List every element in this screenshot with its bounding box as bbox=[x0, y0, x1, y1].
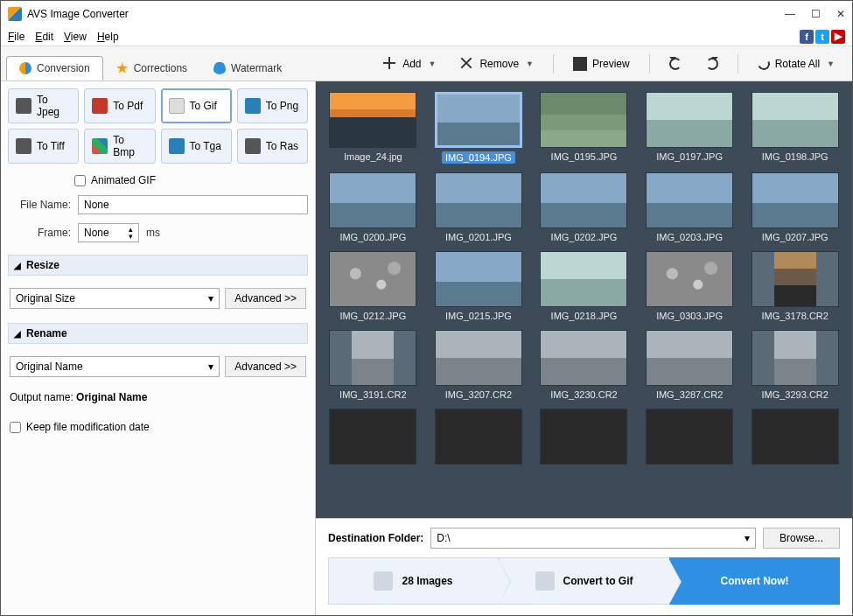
convert-now-button[interactable]: Convert Now! bbox=[669, 557, 840, 605]
chevron-down-icon: ▼ bbox=[827, 60, 835, 68]
thumbnail-item[interactable] bbox=[643, 409, 737, 468]
combo-value: Original Size bbox=[16, 292, 75, 304]
chevron-down-icon: ▾ bbox=[745, 532, 750, 544]
frame-spinner[interactable]: None ▴▾ bbox=[78, 223, 139, 242]
destination-combo[interactable]: D:\ ▾ bbox=[430, 528, 756, 549]
resize-combo[interactable]: Original Size ▾ bbox=[10, 288, 220, 309]
step-format: Convert to Gif bbox=[499, 557, 669, 605]
thumbnail-item[interactable]: IMG_0215.JPG bbox=[432, 251, 526, 321]
thumbnail-item[interactable] bbox=[432, 409, 526, 468]
menu-view[interactable]: View bbox=[64, 31, 87, 43]
format-label: To Png bbox=[266, 100, 298, 112]
tab-watermark[interactable]: Watermark bbox=[200, 56, 295, 80]
images-icon bbox=[374, 571, 393, 591]
thumbnail-item[interactable]: IMG_0207.JPG bbox=[748, 172, 842, 242]
resize-advanced-button[interactable]: Advanced >> bbox=[225, 288, 306, 309]
thumbnail-item[interactable] bbox=[537, 409, 631, 468]
animated-gif-checkbox[interactable] bbox=[74, 175, 86, 186]
menu-help[interactable]: Help bbox=[97, 31, 119, 43]
rotate-all-icon bbox=[756, 56, 772, 72]
rename-combo[interactable]: Original Name ▾ bbox=[10, 356, 220, 377]
format-bmp-button[interactable]: To Bmp bbox=[84, 129, 155, 164]
thumbnail-item[interactable]: IMG_0303.JPG bbox=[643, 251, 737, 321]
png-icon bbox=[245, 98, 261, 114]
thumbnail-image bbox=[646, 330, 733, 386]
browse-button[interactable]: Browse... bbox=[763, 528, 840, 549]
minimize-button[interactable]: — bbox=[785, 8, 795, 20]
thumbnail-grid[interactable]: Image_24.jpgIMG_0194.JPGIMG_0195.JPGIMG_… bbox=[316, 81, 852, 518]
thumbnail-filename: IMG_0202.JPG bbox=[551, 232, 618, 242]
add-button[interactable]: Add ▼ bbox=[374, 53, 444, 74]
rotate-left-button[interactable] bbox=[661, 54, 690, 74]
thumbnail-item[interactable]: IMG_3178.CR2 bbox=[748, 251, 842, 321]
thumbnail-filename: IMG_3287.CR2 bbox=[656, 389, 723, 400]
frame-label: Frame: bbox=[8, 227, 71, 239]
close-button[interactable]: ✕ bbox=[836, 8, 845, 20]
thumbnail-item[interactable] bbox=[326, 409, 420, 468]
format-png-button[interactable]: To Png bbox=[237, 88, 308, 123]
tga-icon bbox=[169, 138, 185, 154]
thumbnail-filename: IMG_3191.CR2 bbox=[339, 389, 406, 400]
thumbnail-image bbox=[435, 172, 522, 228]
thumbnail-item[interactable]: IMG_3207.CR2 bbox=[432, 330, 526, 400]
format-tga-button[interactable]: To Tga bbox=[161, 129, 232, 164]
thumbnail-item[interactable]: IMG_0212.JPG bbox=[326, 251, 420, 321]
format-jpeg-button[interactable]: To Jpeg bbox=[8, 88, 79, 123]
thumbnail-item[interactable]: IMG_0218.JPG bbox=[537, 251, 631, 321]
format-tiff-button[interactable]: To Tiff bbox=[8, 129, 79, 164]
thumbnail-filename: IMG_0201.JPG bbox=[445, 232, 512, 242]
thumbnail-image bbox=[540, 172, 627, 228]
twitter-icon[interactable]: t bbox=[815, 30, 829, 44]
rename-advanced-button[interactable]: Advanced >> bbox=[225, 356, 306, 377]
remove-button[interactable]: Remove ▼ bbox=[451, 53, 542, 74]
thumbnail-image bbox=[752, 172, 839, 228]
animated-gif-label: Animated GIF bbox=[91, 174, 156, 186]
rotate-right-button[interactable] bbox=[697, 54, 727, 74]
format-ras-button[interactable]: To Ras bbox=[237, 129, 308, 164]
rotate-all-button[interactable]: Rotate All ▼ bbox=[749, 54, 843, 74]
thumbnail-item[interactable]: IMG_0202.JPG bbox=[537, 172, 631, 242]
thumbnail-filename: IMG_0303.JPG bbox=[656, 311, 723, 321]
thumbnail-item[interactable]: IMG_0203.JPG bbox=[643, 172, 737, 242]
destination-value: D:\ bbox=[437, 532, 450, 544]
preview-button[interactable]: Preview bbox=[564, 53, 639, 74]
format-label: To Bmp bbox=[113, 134, 147, 158]
thumbnail-item[interactable]: IMG_0195.JPG bbox=[537, 92, 631, 164]
separator bbox=[649, 54, 650, 74]
format-gif-button[interactable]: To Gif bbox=[161, 88, 232, 123]
thumbnail-item[interactable]: IMG_0194.JPG bbox=[432, 92, 526, 164]
left-panel: To Jpeg To Pdf To Gif To Png To Tiff To … bbox=[1, 81, 316, 615]
thumbnail-item[interactable]: IMG_0198.JPG bbox=[748, 92, 842, 164]
step-format-label: Convert to Gif bbox=[563, 575, 633, 587]
frame-unit: ms bbox=[146, 227, 160, 239]
format-label: To Gif bbox=[190, 100, 217, 112]
thumbnail-item[interactable]: IMG_3293.CR2 bbox=[748, 330, 842, 400]
menu-edit[interactable]: Edit bbox=[35, 31, 53, 43]
thumbnail-item[interactable]: IMG_0201.JPG bbox=[432, 172, 526, 242]
thumbnail-image bbox=[646, 409, 733, 465]
thumbnail-item[interactable]: Image_24.jpg bbox=[326, 92, 420, 164]
thumbnail-image bbox=[329, 92, 416, 148]
thumbnail-item[interactable] bbox=[748, 409, 842, 468]
keep-mod-date-checkbox[interactable] bbox=[10, 422, 21, 433]
facebook-icon[interactable]: f bbox=[800, 30, 814, 44]
maximize-button[interactable]: ☐ bbox=[811, 8, 821, 20]
youtube-icon[interactable]: ▶ bbox=[831, 30, 845, 44]
conversion-icon bbox=[19, 62, 31, 74]
thumbnail-item[interactable]: IMG_3191.CR2 bbox=[326, 330, 420, 400]
rename-header[interactable]: ◢ Rename bbox=[8, 323, 308, 344]
thumbnail-image bbox=[435, 251, 522, 307]
tab-conversion[interactable]: Conversion bbox=[6, 56, 103, 80]
resize-header[interactable]: ◢ Resize bbox=[8, 255, 308, 276]
thumbnail-item[interactable]: IMG_3287.CR2 bbox=[643, 330, 737, 400]
format-pdf-button[interactable]: To Pdf bbox=[84, 88, 155, 123]
combo-value: Original Name bbox=[16, 360, 83, 373]
file-name-input[interactable] bbox=[78, 195, 308, 214]
keep-mod-date-label: Keep file modification date bbox=[26, 421, 150, 433]
thumbnail-item[interactable]: IMG_0200.JPG bbox=[326, 172, 420, 242]
spinner-arrows-icon: ▴▾ bbox=[129, 226, 133, 240]
tab-corrections[interactable]: Corrections bbox=[103, 56, 200, 80]
menu-file[interactable]: File bbox=[8, 31, 24, 43]
thumbnail-item[interactable]: IMG_0197.JPG bbox=[643, 92, 737, 164]
thumbnail-item[interactable]: IMG_3230.CR2 bbox=[537, 330, 631, 400]
